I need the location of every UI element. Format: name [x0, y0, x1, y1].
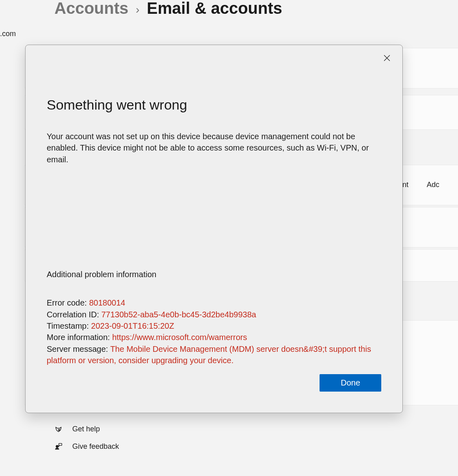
dialog-title: Something went wrong [47, 97, 381, 113]
error-code-value: 80180014 [89, 298, 125, 307]
problem-info-heading: Additional problem information [47, 270, 381, 279]
server-message-row: Server message: The Mobile Device Manage… [47, 343, 381, 366]
breadcrumb-current: Email & accounts [147, 0, 282, 17]
svg-point-2 [56, 445, 58, 448]
more-info-row: More information: https://www.microsoft.… [47, 332, 381, 343]
close-button[interactable] [381, 52, 393, 64]
close-icon [384, 55, 390, 61]
cropped-label: nt [402, 181, 408, 189]
error-code-row: Error code: 80180014 [47, 297, 381, 308]
get-help-label: Get help [72, 425, 100, 433]
dialog-content: Something went wrong Your account was no… [26, 45, 402, 366]
timestamp-row: Timestamp: 2023-09-01T16:15:20Z [47, 320, 381, 332]
feedback-icon [54, 443, 63, 451]
done-button[interactable]: Done [320, 374, 381, 392]
help-icon: ? [54, 425, 63, 433]
timestamp-label: Timestamp: [47, 321, 91, 330]
breadcrumb: Accounts › Email & accounts [0, 0, 458, 17]
give-feedback-label: Give feedback [72, 442, 119, 451]
cropped-email-text: .com [0, 30, 458, 38]
more-info-value[interactable]: https://www.microsoft.com/wamerrors [112, 333, 247, 342]
problem-info-section: Additional problem information Error cod… [47, 270, 381, 366]
correlation-id-row: Correlation ID: 77130b52-aba5-4e0b-bc45-… [47, 309, 381, 320]
svg-rect-3 [59, 443, 62, 445]
breadcrumb-parent[interactable]: Accounts [54, 0, 128, 17]
get-help-link[interactable]: ? Get help [54, 425, 119, 433]
error-code-label: Error code: [47, 298, 89, 307]
more-info-label: More information: [47, 333, 112, 342]
correlation-id-label: Correlation ID: [47, 310, 102, 319]
correlation-id-value: 77130b52-aba5-4e0b-bc45-3d2be4b9938a [102, 310, 256, 319]
chevron-right-icon: › [136, 3, 139, 16]
server-message-label: Server message: [47, 345, 110, 353]
dialog-message: Your account was not set up on this devi… [47, 131, 381, 165]
give-feedback-link[interactable]: Give feedback [54, 442, 119, 451]
cropped-label: Adc [427, 181, 439, 189]
timestamp-value: 2023-09-01T16:15:20Z [91, 321, 174, 330]
help-links-section: ? Get help Give feedback [54, 425, 119, 460]
dialog-footer: Done [320, 374, 381, 392]
error-dialog: Something went wrong Your account was no… [25, 45, 403, 413]
